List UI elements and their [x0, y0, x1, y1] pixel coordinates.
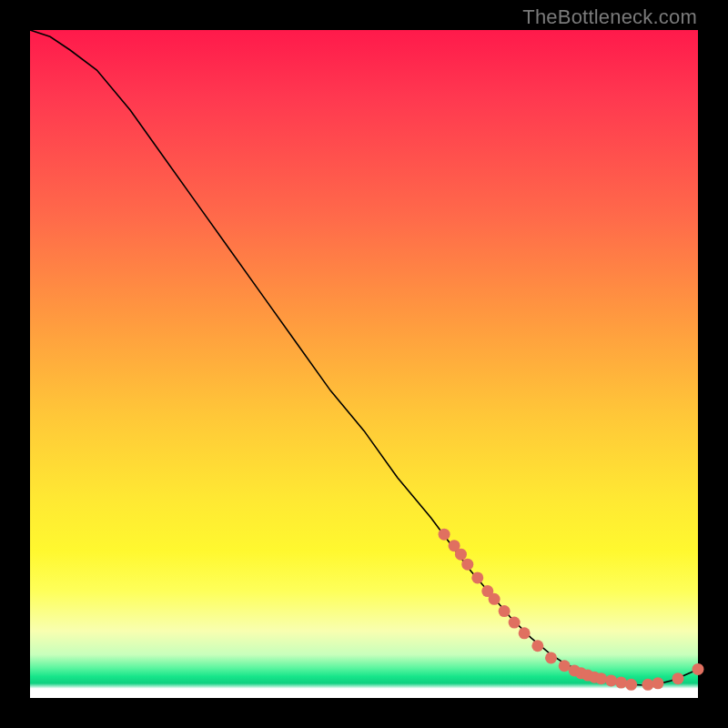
data-point: [471, 571, 483, 583]
data-point: [509, 617, 521, 629]
data-point: [499, 605, 511, 617]
data-point: [672, 672, 683, 684]
data-point: [693, 663, 704, 675]
data-point: [595, 672, 607, 684]
plot-area: [30, 30, 698, 698]
data-point: [625, 679, 637, 691]
chart-wrapper: TheBottleneck.com: [0, 0, 728, 728]
data-point: [545, 652, 557, 663]
data-point: [461, 559, 473, 571]
curve-svg: [30, 30, 698, 698]
curve-markers: [439, 529, 704, 691]
watermark-text: TheBottleneck.com: [522, 5, 697, 29]
data-point: [439, 529, 450, 541]
data-point: [615, 677, 627, 689]
data-point: [531, 640, 543, 652]
data-point: [455, 549, 467, 561]
data-point: [519, 627, 531, 639]
bottleneck-curve: [30, 30, 698, 685]
data-point: [652, 677, 663, 689]
data-point: [605, 674, 617, 686]
data-point: [489, 593, 500, 605]
data-point: [642, 679, 653, 691]
